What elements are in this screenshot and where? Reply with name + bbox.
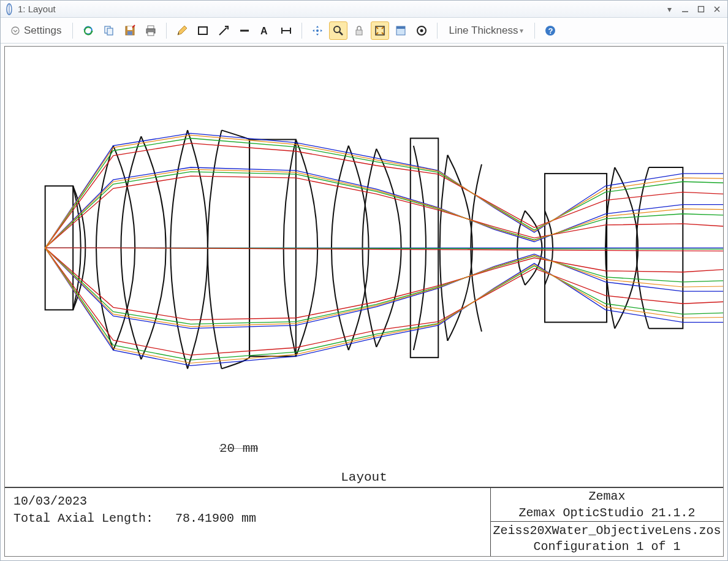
optical-layout-svg (5, 47, 723, 468)
svg-rect-11 (127, 31, 132, 35)
save-button[interactable] (121, 21, 139, 40)
axial-length-label: Total Axial Length: (13, 511, 153, 525)
footer: 10/03/2023 Total Axial Length: 78.41900 … (5, 487, 723, 556)
config-text: Configuration 1 of 1 (533, 539, 680, 555)
footer-file-box: Zeiss20XWater_ObjectiveLens.zos Configur… (491, 521, 723, 556)
lock-tool[interactable] (350, 21, 368, 40)
zoom-tool[interactable] (329, 21, 347, 40)
separator (72, 23, 73, 39)
svg-point-30 (420, 29, 423, 32)
svg-rect-8 (107, 28, 113, 35)
svg-rect-12 (148, 26, 154, 29)
separator (166, 23, 167, 39)
refresh-button[interactable] (79, 21, 97, 40)
maximize-button[interactable] (694, 3, 708, 15)
svg-point-6 (12, 27, 19, 34)
target-tool[interactable] (412, 21, 431, 40)
window-title: 1: Layout (18, 4, 56, 14)
window-tool[interactable] (392, 21, 410, 40)
pencil-tool[interactable] (173, 21, 191, 40)
svg-text:?: ? (548, 26, 553, 36)
svg-rect-10 (127, 26, 132, 30)
window-root: 1: Layout ▾ Settings (0, 0, 728, 561)
line-tool[interactable] (235, 21, 254, 40)
file-name: Zeiss20XWater_ObjectiveLens.zos (493, 523, 721, 539)
settings-label: Settings (24, 25, 61, 37)
line-thickness-label: Line Thickness (449, 25, 518, 37)
footer-date: 10/03/2023 (13, 494, 87, 508)
minimize-button[interactable] (678, 3, 692, 15)
footer-right: Zemax Zemax OpticStudio 21.1.2 Zeiss20XW… (490, 488, 723, 556)
arrow-tool[interactable] (214, 21, 233, 40)
fit-tool[interactable] (371, 21, 389, 40)
scale-bar: 20 mm (219, 441, 258, 456)
settings-button[interactable]: Settings (6, 21, 66, 40)
dimension-tool[interactable] (277, 21, 295, 40)
help-button[interactable]: ? (541, 21, 559, 40)
pan-tool[interactable] (308, 21, 327, 40)
vendor-name: Zemax (588, 488, 625, 505)
footer-title: Layout (5, 468, 723, 487)
chevron-down-icon: ▾ (520, 26, 523, 35)
footer-vendor-box: Zemax Zemax OpticStudio 21.1.2 (491, 488, 723, 521)
dropdown-button[interactable]: ▾ (662, 3, 676, 15)
line-thickness-dropdown[interactable]: Line Thickness ▾ (444, 21, 528, 40)
plot-frame: 20 mm Layout 10/03/2023 Total Axial Leng… (4, 46, 724, 557)
print-button[interactable] (142, 21, 160, 40)
svg-rect-3 (699, 6, 704, 12)
text-tool[interactable]: A (256, 21, 275, 40)
separator (437, 23, 438, 39)
rectangle-tool[interactable] (194, 21, 212, 40)
svg-point-22 (316, 29, 319, 32)
svg-line-24 (339, 32, 343, 35)
svg-text:A: A (260, 26, 268, 36)
footer-left: 10/03/2023 Total Axial Length: 78.41900 … (5, 488, 490, 556)
toolbar: Settings A (1, 18, 727, 44)
svg-rect-28 (396, 26, 405, 29)
separator (301, 23, 302, 39)
axial-length-value: 78.41900 mm (175, 511, 256, 525)
layout-plot[interactable]: 20 mm (5, 47, 723, 468)
svg-rect-15 (199, 27, 207, 34)
svg-rect-14 (148, 32, 154, 36)
canvas-area: 20 mm Layout 10/03/2023 Total Axial Leng… (1, 44, 727, 560)
app-icon (4, 3, 14, 15)
product-name: Zemax OpticStudio 21.1.2 (518, 505, 695, 521)
separator (534, 23, 535, 39)
titlebar: 1: Layout ▾ (1, 1, 727, 18)
svg-rect-25 (356, 30, 362, 35)
svg-point-23 (334, 26, 340, 32)
copy-button[interactable] (100, 21, 118, 40)
close-button[interactable] (710, 3, 724, 15)
svg-line-16 (219, 28, 227, 35)
